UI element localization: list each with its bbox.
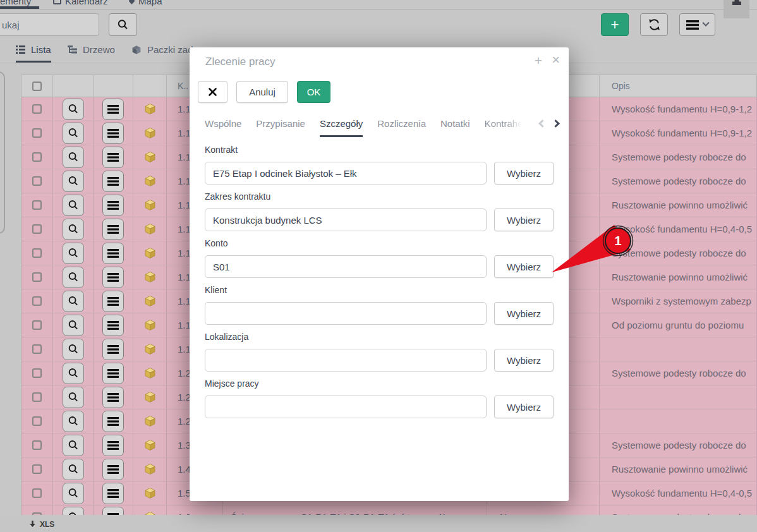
field-input[interactable] — [205, 255, 487, 278]
tab-drzewo[interactable]: Drzewo — [68, 44, 115, 61]
corner-button[interactable] — [724, 0, 749, 18]
row-checkbox[interactable] — [32, 176, 42, 186]
row-menu-button[interactable] — [102, 243, 124, 264]
package-icon — [144, 439, 156, 451]
row-menu-button[interactable] — [102, 123, 124, 144]
row-preview-button[interactable] — [63, 243, 84, 264]
chevron-down-icon — [702, 20, 709, 27]
row-menu-button[interactable] — [102, 435, 124, 456]
row-checkbox[interactable] — [32, 296, 42, 306]
row-preview-button[interactable] — [63, 507, 84, 516]
row-preview-button[interactable] — [63, 411, 84, 432]
row-preview-button[interactable] — [63, 123, 84, 144]
row-checkbox[interactable] — [32, 248, 42, 258]
field-input[interactable] — [205, 349, 487, 372]
footer-bar: XLS — [0, 515, 757, 532]
row-preview-button[interactable] — [63, 339, 84, 360]
dialog-tab-scroller — [540, 121, 559, 126]
field-input[interactable] — [205, 396, 487, 418]
menu-dropdown-button[interactable] — [679, 13, 715, 36]
row-menu-button[interactable] — [102, 147, 124, 168]
row-checkbox[interactable] — [32, 344, 42, 354]
row-menu-button[interactable] — [102, 195, 124, 216]
row-menu-button[interactable] — [102, 99, 124, 120]
dialog-tab-przypisanie[interactable]: Przypisanie — [256, 118, 305, 137]
field-input[interactable] — [205, 302, 487, 325]
row-opis: Systemowe podesty robocze do — [600, 505, 757, 515]
hamburger-icon — [107, 345, 119, 354]
nav-tab-kalendarz[interactable]: Kalendarz — [65, 0, 108, 6]
row-preview-button[interactable] — [63, 483, 84, 504]
dialog-tab-szczeg-y[interactable]: Szczegóły — [320, 118, 363, 137]
row-preview-button[interactable] — [63, 291, 84, 312]
row-menu-button[interactable] — [102, 363, 124, 384]
row-checkbox[interactable] — [32, 152, 42, 162]
row-preview-button[interactable] — [63, 219, 84, 240]
dialog-pin-icon[interactable]: + — [535, 54, 542, 67]
row-menu-button[interactable] — [102, 171, 124, 192]
hamburger-icon — [107, 297, 119, 306]
select-all-checkbox[interactable] — [32, 82, 42, 91]
search-button[interactable] — [109, 13, 137, 36]
row-checkbox[interactable] — [32, 320, 42, 330]
hamburger-icon — [107, 177, 119, 186]
tab-lista[interactable]: Lista — [16, 44, 51, 63]
row-preview-button[interactable] — [63, 459, 84, 480]
dialog-tab-kontrahe[interactable]: Kontrahe — [485, 118, 523, 137]
field-select-button[interactable]: Wybierz — [494, 396, 554, 418]
row-checkbox[interactable] — [32, 464, 42, 474]
row-checkbox[interactable] — [32, 272, 42, 282]
row-checkbox[interactable] — [32, 440, 42, 450]
field-input[interactable] — [205, 162, 487, 184]
row-menu-button[interactable] — [102, 315, 124, 336]
dialog-delete-button[interactable] — [198, 81, 227, 103]
row-checkbox[interactable] — [32, 128, 42, 138]
export-xls-button[interactable]: XLS — [29, 520, 54, 529]
row-menu-button[interactable] — [102, 291, 124, 312]
row-menu-button[interactable] — [102, 387, 124, 408]
refresh-button[interactable] — [640, 13, 668, 36]
nav-tab-mapa[interactable]: Mapa — [138, 0, 162, 6]
field-select-button[interactable]: Wybierz — [494, 162, 554, 184]
row-preview-button[interactable] — [63, 195, 84, 216]
cancel-button[interactable]: Anuluj — [236, 81, 288, 103]
row-menu-button[interactable] — [102, 219, 124, 240]
field-select-button[interactable]: Wybierz — [494, 255, 554, 278]
row-menu-button[interactable] — [102, 267, 124, 288]
nav-tab-elementy[interactable]: ementy — [0, 0, 31, 6]
row-preview-button[interactable] — [63, 387, 84, 408]
row-checkbox[interactable] — [32, 416, 42, 426]
row-menu-button[interactable] — [102, 483, 124, 504]
add-button[interactable]: + — [601, 13, 629, 36]
row-checkbox[interactable] — [32, 392, 42, 402]
tab-paczki[interactable]: Paczki zad — [131, 44, 193, 61]
row-menu-button[interactable] — [102, 411, 124, 432]
row-preview-button[interactable] — [63, 99, 84, 120]
row-menu-button[interactable] — [102, 339, 124, 360]
row-preview-button[interactable] — [63, 267, 84, 288]
row-preview-button[interactable] — [63, 171, 84, 192]
dialog-tab-notatki[interactable]: Notatki — [440, 118, 470, 137]
row-checkbox[interactable] — [32, 368, 42, 378]
chevron-right-icon[interactable] — [552, 119, 560, 128]
field-select-button[interactable]: Wybierz — [494, 209, 554, 231]
dialog-tab-rozliczenia[interactable]: Rozliczenia — [377, 118, 426, 137]
field-select-button[interactable]: Wybierz — [494, 302, 554, 325]
row-menu-button[interactable] — [102, 459, 124, 480]
chevron-left-icon[interactable] — [538, 119, 547, 128]
row-checkbox[interactable] — [32, 104, 42, 114]
row-preview-button[interactable] — [63, 363, 84, 384]
row-preview-button[interactable] — [63, 147, 84, 168]
search-input[interactable] — [0, 13, 99, 36]
ok-button[interactable]: OK — [297, 81, 330, 103]
field-select-button[interactable]: Wybierz — [494, 349, 554, 372]
row-preview-button[interactable] — [63, 435, 84, 456]
dialog-tab-wsp-lne[interactable]: Wspólne — [205, 118, 241, 137]
row-checkbox[interactable] — [32, 224, 42, 234]
row-checkbox[interactable] — [32, 488, 42, 498]
dialog-close-icon[interactable]: × — [552, 53, 560, 67]
row-checkbox[interactable] — [32, 200, 42, 210]
row-preview-button[interactable] — [63, 315, 84, 336]
field-input[interactable] — [205, 209, 487, 231]
row-menu-button[interactable] — [102, 507, 124, 516]
